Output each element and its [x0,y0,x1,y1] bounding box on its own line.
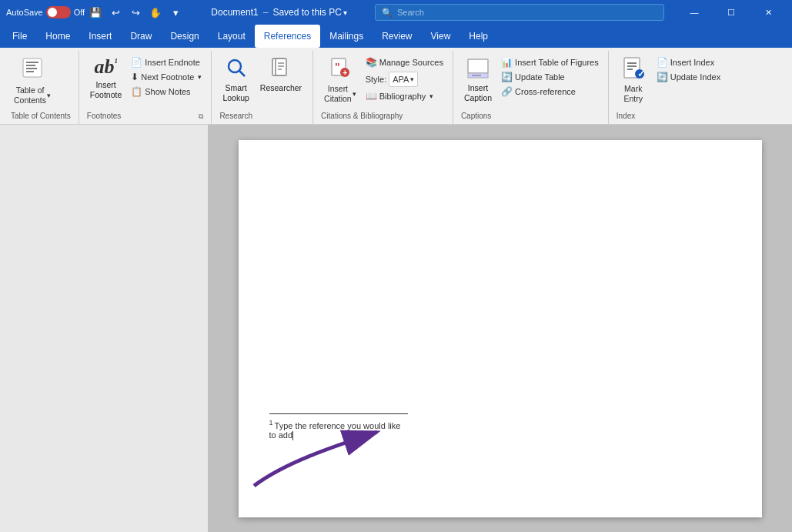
cross-reference-button[interactable]: 🔗 Cross-reference [498,85,602,99]
insert-footnote-label: InsertFootnote [90,80,122,99]
svg-text:": " [335,61,340,73]
titlebar-center: Document1 – Saved to this PC ▾ [189,7,369,18]
customize-icon[interactable]: ▾ [168,5,183,20]
toggle-knob [48,8,57,17]
menubar: File Home Insert Draw Design Layout Refe… [0,25,792,48]
update-index-label: Update Index [670,72,720,82]
bibliography-button[interactable]: 📖 Bibliography ▾ [363,89,446,103]
footnotes-group-label: Footnotes [87,110,121,123]
style-select[interactable]: APA ▾ [389,72,418,87]
touch-icon[interactable]: ✋ [148,5,163,20]
menu-view[interactable]: View [422,25,460,48]
svg-point-5 [229,60,241,72]
minimize-button[interactable]: — [677,0,712,25]
ribbon-group-research: SmartLookup Researcher Research [212,51,313,124]
citation-small-buttons: 📚 Manage Sources Style: APA ▾ 📖 Bibliogr… [363,55,446,103]
citation-dropdown: ▾ [353,90,356,98]
separator: – [263,7,269,18]
insert-footnote-button[interactable]: ab¹ InsertFootnote [85,52,126,102]
citations-bottom: Citations & Bibliography [319,109,446,124]
research-content: SmartLookup Researcher [218,51,306,109]
titlebar-left: AutoSave Off 💾 ↩ ↪ ✋ ▾ [6,5,183,20]
cross-ref-icon: 🔗 [501,86,513,97]
toc-label: Table ofContents [14,85,46,105]
undo-icon[interactable]: ↩ [108,5,123,20]
smart-lookup-icon [224,55,249,82]
smart-lookup-label: SmartLookup [222,83,249,102]
menu-draw[interactable]: Draw [121,25,161,48]
close-button[interactable]: ✕ [750,0,786,25]
captions-content: InsertCaption 📊 Insert Table of Figures … [459,51,602,109]
menu-review[interactable]: Review [373,25,421,48]
autosave-state: Off [74,8,85,17]
research-group-label: Research [219,110,252,123]
search-box[interactable]: 🔍 Search [375,4,664,21]
show-notes-button[interactable]: 📋 Show Notes [128,85,205,99]
menu-insert[interactable]: Insert [79,25,121,48]
footnote-content: 1Type the reference you would like to ad… [269,419,408,440]
menu-help[interactable]: Help [459,25,497,48]
footnote-area[interactable]: 1Type the reference you would like to ad… [269,413,408,440]
menu-mailings[interactable]: Mailings [320,25,373,48]
menu-references[interactable]: References [255,25,320,48]
update-index-button[interactable]: 🔄 Update Index [653,70,723,84]
sidebar-panel [0,125,208,532]
style-label: Style: [366,75,387,84]
footnote-icon: ab¹ [95,55,118,79]
manage-sources-button[interactable]: 📚 Manage Sources [363,55,446,69]
svg-rect-16 [468,59,488,73]
next-footnote-button[interactable]: ⬇ Next Footnote ▾ [128,70,205,84]
menu-home[interactable]: Home [36,25,79,48]
mark-entry-button[interactable]: ✓ MarkEntry [615,52,652,106]
footnote-number: 1 [269,419,273,427]
researcher-button[interactable]: Researcher [256,52,306,96]
update-index-icon: 🔄 [657,72,668,82]
smart-lookup-button[interactable]: SmartLookup [218,52,253,105]
menu-design[interactable]: Design [161,25,208,48]
insert-caption-icon [466,55,490,82]
menu-file[interactable]: File [3,25,36,48]
table-of-contents-button[interactable]: Table ofContents ▾ [9,52,55,108]
insert-endnote-button[interactable]: 📄 Insert Endnote [128,55,205,69]
insert-index-label: Insert Index [670,58,714,67]
ribbon-group-toc: Table ofContents ▾ Table of Contents [3,51,79,124]
mark-entry-icon: ✓ [621,55,646,82]
bibliography-dropdown: ▾ [429,92,433,100]
style-dropdown-button[interactable]: Style: APA ▾ [363,70,446,89]
footnotes-expand-icon[interactable]: ⧉ [199,112,203,121]
text-cursor [292,431,293,440]
ribbon-group-citations: " + InsertCitation ▾ 📚 Manage Sources St… [313,51,453,124]
document-canvas[interactable]: 1Type the reference you would like to ad… [208,125,792,532]
show-notes-icon: 📋 [131,86,142,97]
menu-layout[interactable]: Layout [209,25,255,48]
style-arrow: ▾ [410,75,414,83]
autosave-toggle[interactable] [46,6,71,18]
ribbon-group-captions: InsertCaption 📊 Insert Table of Figures … [453,51,609,124]
insert-table-figures-button[interactable]: 📊 Insert Table of Figures [498,55,602,69]
toc-group-label: Table of Contents [11,110,71,123]
bibliography-label: Bibliography [379,92,426,101]
autosave-label: AutoSave [6,8,43,17]
saved-dropdown-icon[interactable]: ▾ [343,8,347,17]
svg-rect-0 [23,59,42,77]
insert-caption-button[interactable]: InsertCaption [459,52,496,105]
document-page[interactable]: 1Type the reference you would like to ad… [239,140,762,517]
researcher-label: Researcher [260,83,302,93]
insert-index-button[interactable]: 📄 Insert Index [653,55,723,69]
save-icon[interactable]: 💾 [88,5,103,20]
maximize-button[interactable]: ☐ [713,0,749,25]
search-icon: 🔍 [382,8,393,18]
update-table-button[interactable]: 🔄 Update Table [498,70,602,84]
toc-dropdown-icon: ▾ [47,92,51,99]
toc-content: Table ofContents ▾ [9,51,72,109]
document-area: 1Type the reference you would like to ad… [0,125,792,532]
redo-icon[interactable]: ↪ [128,5,143,20]
ribbon: Table ofContents ▾ Table of Contents ab¹… [0,48,792,125]
insert-citation-button[interactable]: " + InsertCitation ▾ [319,52,361,106]
index-bottom: Index [615,109,723,124]
titlebar: AutoSave Off 💾 ↩ ↪ ✋ ▾ Document1 – Saved… [0,0,792,25]
footnotes-content: ab¹ InsertFootnote 📄 Insert Endnote ⬇ Ne… [85,51,206,109]
next-fn-icon: ⬇ [131,72,139,82]
index-small-buttons: 📄 Insert Index 🔄 Update Index [653,55,723,84]
insert-endnote-label: Insert Endnote [145,58,200,67]
